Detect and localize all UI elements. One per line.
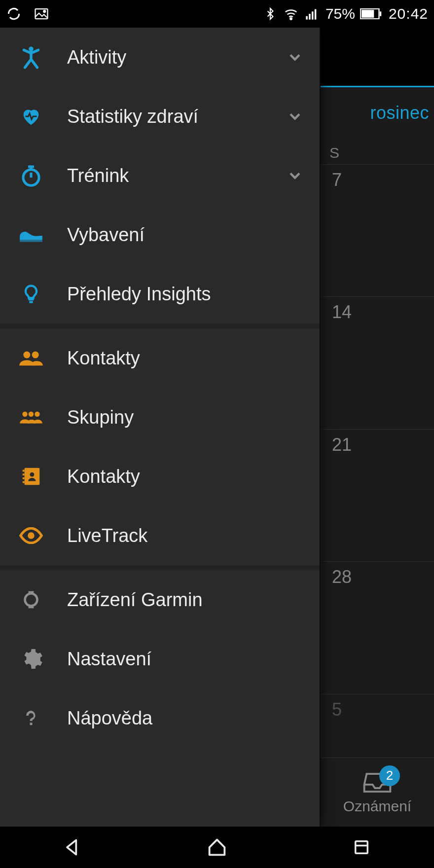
gear-icon [18, 646, 44, 672]
svg-point-12 [23, 352, 30, 359]
menu-item-insights[interactable]: Přehledy Insights [0, 264, 320, 324]
svg-rect-20 [23, 477, 25, 479]
menu-item-settings[interactable]: Nastavení [0, 629, 320, 688]
svg-point-1 [43, 10, 45, 12]
svg-point-22 [30, 472, 35, 477]
svg-point-15 [29, 412, 34, 417]
svg-rect-18 [23, 470, 25, 472]
bulb-icon [18, 281, 44, 307]
svg-point-24 [25, 594, 37, 606]
menu-label: Skupiny [67, 407, 305, 428]
chevron-down-icon [285, 107, 305, 126]
menu-label: Aktivity [67, 47, 262, 68]
menu-label: Vybavení [67, 224, 305, 246]
svg-rect-25 [356, 841, 368, 854]
system-nav-bar [0, 827, 434, 868]
navigation-drawer: Aktivity Statistiky zdraví Trénink [0, 28, 320, 827]
menu-item-garmin-devices[interactable]: Zařízení Garmin [0, 570, 320, 629]
menu-item-gear[interactable]: Vybavení [0, 205, 320, 264]
chevron-down-icon [285, 166, 305, 185]
battery-icon [360, 8, 382, 19]
svg-rect-21 [23, 481, 25, 483]
wifi-icon [283, 6, 299, 22]
svg-rect-9 [380, 11, 381, 16]
notifications-tab[interactable]: 2 Oznámení [321, 758, 434, 827]
menu-item-contacts[interactable]: Kontakty [0, 328, 320, 388]
calendar-cell[interactable]: 21 [321, 430, 434, 562]
svg-rect-4 [309, 14, 311, 20]
calendar-cell[interactable]: 7 [321, 165, 434, 297]
back-button[interactable] [58, 835, 87, 859]
clock-time: 20:42 [389, 5, 428, 22]
menu-label: Nastavení [67, 649, 305, 670]
menu-label: Statistiky zdraví [67, 106, 262, 127]
calendar-cell[interactable]: 28 [321, 562, 434, 694]
home-button[interactable] [202, 835, 232, 859]
menu-item-activities[interactable]: Aktivity [0, 28, 320, 87]
menu-item-training[interactable]: Trénink [0, 146, 320, 205]
notifications-label: Oznámení [343, 798, 411, 815]
menu-label: Nápověda [67, 708, 305, 729]
menu-label: Přehledy Insights [67, 284, 305, 305]
chevron-down-icon [285, 47, 305, 67]
svg-point-16 [35, 412, 39, 417]
status-bar: 75% 20:42 [0, 0, 434, 28]
menu-item-health-stats[interactable]: Statistiky zdraví [0, 87, 320, 146]
shoe-icon [18, 221, 44, 248]
svg-rect-0 [36, 9, 48, 19]
stopwatch-icon [18, 162, 44, 189]
battery-percent: 75% [326, 5, 355, 22]
svg-point-23 [28, 532, 35, 539]
svg-point-2 [290, 18, 292, 20]
svg-point-14 [22, 412, 27, 417]
address-book-icon [18, 463, 44, 490]
menu-label: Kontakty [67, 466, 305, 487]
menu-item-livetrack[interactable]: LiveTrack [0, 506, 320, 565]
recents-button[interactable] [347, 835, 376, 859]
notification-badge: 2 [379, 765, 400, 786]
svg-rect-8 [362, 10, 374, 18]
sync-icon [6, 6, 22, 22]
day-header: S [321, 141, 434, 165]
svg-rect-3 [306, 16, 308, 20]
menu-item-help[interactable]: Nápověda [0, 688, 320, 748]
menu-label: Zařízení Garmin [67, 589, 305, 611]
eye-icon [18, 522, 44, 549]
group-icon [18, 404, 44, 431]
menu-item-address-book[interactable]: Kontakty [0, 447, 320, 506]
menu-item-groups[interactable]: Skupiny [0, 388, 320, 447]
image-icon [34, 6, 49, 22]
calendar-cell[interactable]: 14 [321, 297, 434, 429]
question-icon [18, 705, 44, 731]
svg-rect-6 [315, 9, 317, 20]
svg-rect-5 [312, 11, 314, 19]
person-icon [18, 44, 44, 71]
menu-label: LiveTrack [67, 525, 305, 546]
menu-label: Kontakty [67, 348, 305, 369]
heart-icon [18, 103, 44, 130]
watch-icon [18, 586, 44, 613]
signal-icon [304, 6, 320, 22]
bluetooth-icon [262, 6, 278, 22]
svg-rect-19 [23, 473, 25, 475]
svg-point-13 [32, 352, 39, 359]
menu-label: Trénink [67, 165, 262, 186]
month-label: rosinec [370, 103, 429, 123]
users-icon [18, 345, 44, 371]
